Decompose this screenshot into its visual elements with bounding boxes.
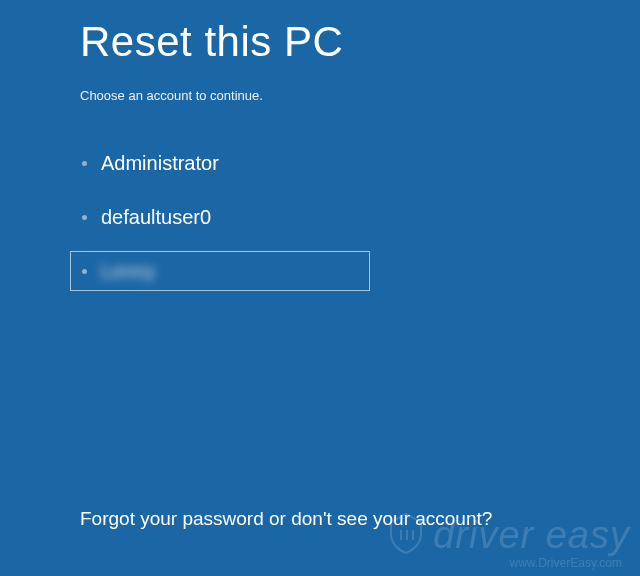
forgot-password-link[interactable]: Forgot your password or don't see your a… xyxy=(80,508,492,530)
account-name-label: defaultuser0 xyxy=(101,207,211,227)
bullet-icon xyxy=(82,161,87,166)
page-subtitle: Choose an account to continue. xyxy=(80,88,560,103)
bullet-icon xyxy=(82,215,87,220)
account-name-label: Lenny xyxy=(101,261,156,281)
bullet-icon xyxy=(82,269,87,274)
account-item-administrator[interactable]: Administrator xyxy=(70,143,370,183)
page-title: Reset this PC xyxy=(80,18,560,66)
account-item-defaultuser0[interactable]: defaultuser0 xyxy=(70,197,370,237)
main-container: Reset this PC Choose an account to conti… xyxy=(0,0,640,291)
account-item-selected[interactable]: Lenny xyxy=(70,251,370,291)
account-name-label: Administrator xyxy=(101,153,219,173)
account-list: Administrator defaultuser0 Lenny xyxy=(70,143,560,291)
watermark-url: www.DriverEasy.com xyxy=(383,556,622,570)
